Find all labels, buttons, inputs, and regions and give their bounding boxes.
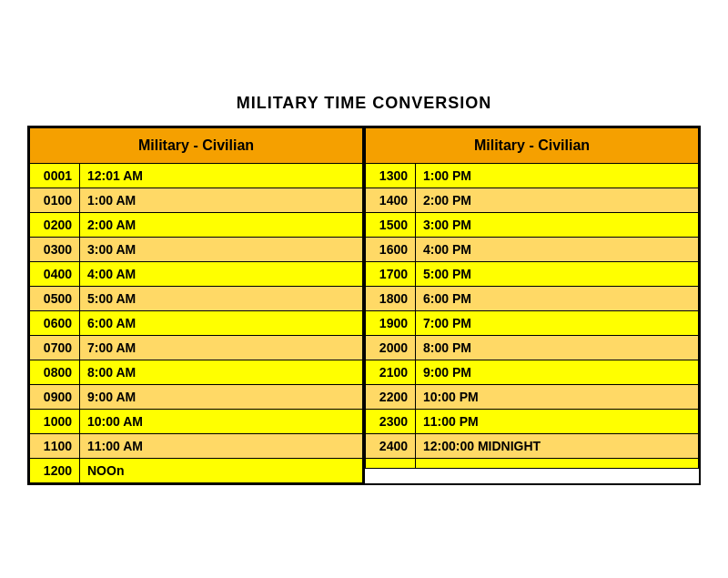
military-time: 2200: [366, 384, 416, 409]
civilian-time: 4:00 AM: [80, 261, 363, 286]
civilian-time: 1:00 AM: [80, 188, 363, 212]
civilian-time: 7:00 PM: [416, 310, 699, 335]
right-header: Military - Civilian: [366, 127, 699, 163]
table-row: 100010:00 AM: [30, 409, 363, 433]
civilian-time: 7:00 AM: [80, 335, 363, 360]
military-time: 0400: [30, 261, 80, 286]
table-row: 16004:00 PM: [366, 237, 699, 261]
military-time: 0300: [30, 237, 80, 261]
civilian-time: 8:00 AM: [80, 360, 363, 384]
civilian-time: 3:00 PM: [416, 212, 699, 237]
military-time: 0200: [30, 212, 80, 237]
civilian-time: 11:00 PM: [416, 409, 699, 433]
table-row: 07007:00 AM: [30, 335, 363, 360]
military-time: [366, 458, 416, 468]
table-row: 18006:00 PM: [366, 286, 699, 310]
table-row: 15003:00 PM: [366, 212, 699, 237]
military-time: 0900: [30, 384, 80, 409]
military-time: 0700: [30, 335, 80, 360]
table-row: 04004:00 AM: [30, 261, 363, 286]
military-time: 0800: [30, 360, 80, 384]
civilian-time: 9:00 PM: [416, 360, 699, 384]
table-row: 13001:00 PM: [366, 163, 699, 188]
right-table: Military - Civilian 13001:00 PM14002:00 …: [365, 127, 699, 469]
military-time: 1100: [30, 433, 80, 458]
civilian-time: 10:00 PM: [416, 384, 699, 409]
civilian-time: 10:00 AM: [80, 409, 363, 433]
military-time: 0500: [30, 286, 80, 310]
civilian-time: 6:00 PM: [416, 286, 699, 310]
table-row: 03003:00 AM: [30, 237, 363, 261]
civilian-time: 2:00 AM: [80, 212, 363, 237]
military-time: 1300: [366, 163, 416, 188]
table-row: 09009:00 AM: [30, 384, 363, 409]
civilian-time: 5:00 PM: [416, 261, 699, 286]
civilian-time: 9:00 AM: [80, 384, 363, 409]
civilian-time: NOOn: [80, 458, 363, 482]
civilian-time: 4:00 PM: [416, 237, 699, 261]
left-table: Military - Civilian 000112:01 AM01001:00…: [29, 127, 363, 483]
table-row: 06006:00 AM: [30, 310, 363, 335]
military-time: 2400: [366, 433, 416, 458]
military-time: 1200: [30, 458, 80, 482]
table-row: 05005:00 AM: [30, 286, 363, 310]
military-time: 1900: [366, 310, 416, 335]
table-row: 240012:00:00 MIDNIGHT: [366, 433, 699, 458]
civilian-time: 11:00 AM: [80, 433, 363, 458]
civilian-time: 5:00 AM: [80, 286, 363, 310]
table-row: 14002:00 PM: [366, 188, 699, 212]
military-time: 0100: [30, 188, 80, 212]
table-row: 02002:00 AM: [30, 212, 363, 237]
civilian-time: 8:00 PM: [416, 335, 699, 360]
table-row: 21009:00 PM: [366, 360, 699, 384]
military-time: 0600: [30, 310, 80, 335]
military-time: 1500: [366, 212, 416, 237]
civilian-time: [416, 458, 699, 468]
military-time: 2000: [366, 335, 416, 360]
civilian-time: 12:01 AM: [80, 163, 363, 188]
table-row: 17005:00 PM: [366, 261, 699, 286]
civilian-time: 1:00 PM: [416, 163, 699, 188]
military-time: 1400: [366, 188, 416, 212]
table-row: 230011:00 PM: [366, 409, 699, 433]
main-table: Military - Civilian 000112:01 AM01001:00…: [27, 126, 701, 485]
civilian-time: 3:00 AM: [80, 237, 363, 261]
table-row: 1200NOOn: [30, 458, 363, 482]
left-header: Military - Civilian: [30, 127, 363, 163]
military-time: 1700: [366, 261, 416, 286]
table-row: 19007:00 PM: [366, 310, 699, 335]
civilian-time: 2:00 PM: [416, 188, 699, 212]
military-time: 0001: [30, 163, 80, 188]
table-row: 20008:00 PM: [366, 335, 699, 360]
table-row: 220010:00 PM: [366, 384, 699, 409]
table-row: 110011:00 AM: [30, 433, 363, 458]
civilian-time: 6:00 AM: [80, 310, 363, 335]
military-time: 1600: [366, 237, 416, 261]
military-time: 1800: [366, 286, 416, 310]
table-row: 01001:00 AM: [30, 188, 363, 212]
table-row: 08008:00 AM: [30, 360, 363, 384]
table-row: [366, 458, 699, 468]
table-row: 000112:01 AM: [30, 163, 363, 188]
civilian-time: 12:00:00 MIDNIGHT: [416, 433, 699, 458]
military-time: 2300: [366, 409, 416, 433]
military-time: 1000: [30, 409, 80, 433]
military-time: 2100: [366, 360, 416, 384]
page-title: MILITARY TIME CONVERSION: [237, 94, 492, 113]
